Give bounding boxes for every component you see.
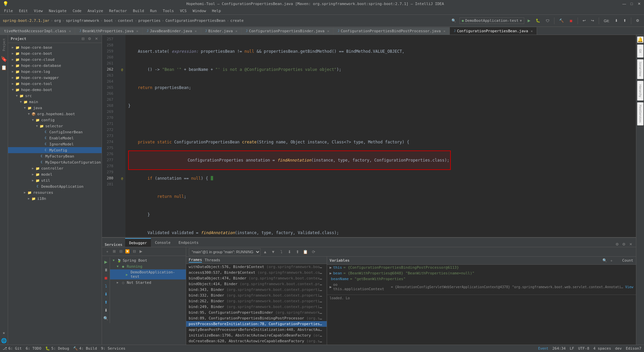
menu-navigate[interactable]: Navigate xyxy=(46,8,69,14)
tab-javabeanbinder-close[interactable]: ✕ xyxy=(195,29,197,33)
tree-item-configinnerbean[interactable]: C ConfigInnerBean xyxy=(8,129,102,135)
sidebar-bookmark-icon[interactable]: 🔖 xyxy=(1,56,7,62)
frame-13[interactable]: initializeBean:1796, AbstractAutowireCap… xyxy=(186,333,327,338)
var-bean[interactable]: ▶ bean = {BeanWithProperties@6048} "Bean… xyxy=(327,270,636,276)
thread-step-down[interactable]: ▼ xyxy=(270,249,277,255)
status-user[interactable]: Edison7 xyxy=(626,346,641,351)
filter-btn[interactable]: 🔽 xyxy=(125,249,130,254)
tree-item-resources[interactable]: ▶ 📁 resources xyxy=(8,189,102,195)
sonar-btn[interactable]: SonarView xyxy=(637,59,644,79)
stop-debug-btn[interactable]: ⏹ xyxy=(103,275,109,281)
tab-javabeanbinder[interactable]: J JavaBeanBinder.java ✕ xyxy=(143,27,201,35)
tree-item-config[interactable]: ▼ 📁 config xyxy=(8,117,102,123)
menu-refactor[interactable]: Refactor xyxy=(106,8,129,14)
tab-binder[interactable]: J Binder.java ✕ xyxy=(201,27,242,35)
tab-configpropspostproc-close[interactable]: ✕ xyxy=(443,29,445,33)
tree-item-myimport[interactable]: C MyImportAutoConfiguration xyxy=(8,159,102,165)
tree-item-hope-core-cloud[interactable]: ▶ 📁 hope-core-cloud xyxy=(8,56,102,62)
service-notstarted[interactable]: ▶ ○ Not Started xyxy=(110,279,186,285)
frame-11[interactable]: postProcessBeforeInitialization:78, Conf… xyxy=(186,321,327,327)
frame-10[interactable]: bind:89, ConfigurationPropertiesBindingP… xyxy=(186,315,327,321)
breadcrumb-org[interactable]: org xyxy=(54,18,61,23)
close-button[interactable]: ✕ xyxy=(637,1,641,6)
service-democapp[interactable]: ▶ DemoBootApplication-test xyxy=(110,269,186,279)
tree-item-util[interactable]: ▶ 📁 util xyxy=(8,177,102,183)
frames-tab[interactable]: Frames xyxy=(189,258,202,263)
vcs-update-btn[interactable]: ⬇ xyxy=(613,17,620,25)
title-bar-controls[interactable]: — □ ✕ xyxy=(622,1,641,6)
close-panel-btn[interactable]: ✕ xyxy=(94,36,99,42)
var-beanname[interactable]: beanName = "getBeanWithProperties" xyxy=(327,276,636,282)
tree-item-controller[interactable]: ▶ 📁 controller xyxy=(8,165,102,171)
thread-step-over2[interactable]: ⤵ xyxy=(278,249,285,255)
tree-item-myfactorybean[interactable]: C MyFactoryBean xyxy=(8,153,102,159)
debug-button[interactable]: 🐛 xyxy=(534,17,542,25)
bottom-close-btn[interactable]: ✕ xyxy=(628,241,633,247)
menu-vcs[interactable]: VCS xyxy=(177,8,189,14)
var-appcontext[interactable]: ▶ oo this.applicationContext = {Annotati… xyxy=(327,282,636,292)
thread-more-btn[interactable]: ⟳ xyxy=(310,249,317,255)
tree-item-main[interactable]: ▼ 📁 main xyxy=(8,99,102,105)
tab-console[interactable]: Console xyxy=(151,238,174,247)
menu-tools[interactable]: Tools xyxy=(160,8,176,14)
expand-all-btn[interactable]: ⊞ xyxy=(111,249,117,254)
minimize-button[interactable]: — xyxy=(622,1,627,6)
service-springboot[interactable]: ▼ 🍃 Spring Boot xyxy=(110,257,186,263)
tab-configpropspostproc[interactable]: J ConfigurationPropertiesBindPostProcess… xyxy=(333,27,449,35)
tab-configpropsbean-close[interactable]: ✕ xyxy=(531,29,533,33)
var-this[interactable]: ▶ this = {ConfigurationPropertiesBinding… xyxy=(327,265,636,270)
run-config-selector[interactable]: ● DemoBootApplication-test ▼ xyxy=(460,17,524,24)
tree-item-java[interactable]: ▼ 📁 java xyxy=(8,105,102,111)
git-sidebar-btn[interactable]: Git xyxy=(637,44,644,58)
hierarchy-btn[interactable]: Hierarchy xyxy=(637,81,644,101)
step-into-btn[interactable]: ⬇ xyxy=(103,291,109,298)
tab-debugger[interactable]: Debugger xyxy=(125,238,151,247)
menu-window[interactable]: Window xyxy=(190,8,209,14)
add-service-btn[interactable]: + xyxy=(105,249,110,254)
menu-help[interactable]: Help xyxy=(209,8,224,14)
sidebar-web-icon[interactable]: 🌐 xyxy=(1,338,7,343)
step-out-btn[interactable]: ⬆ xyxy=(103,299,109,306)
tree-item-hope-core-swagger[interactable]: ▶ 📁 hope-core-swagger xyxy=(8,75,102,81)
tree-item-model[interactable]: ▶ 📁 model xyxy=(8,171,102,177)
status-indent[interactable]: 4 spaces xyxy=(593,346,611,351)
restservices-btn[interactable]: RestServices xyxy=(637,102,644,126)
tree-item-selector[interactable]: ▼ 📁 selector xyxy=(8,123,102,129)
tab-beanwithprops-close[interactable]: ✕ xyxy=(136,29,138,33)
menu-view[interactable]: View xyxy=(31,8,46,14)
menu-file[interactable]: File xyxy=(1,8,16,14)
search-variables-btn[interactable]: 🔍 xyxy=(602,258,607,263)
tab-accessor[interactable]: tiveMethodAccessorImpl.class ✕ xyxy=(0,27,75,35)
tab-configpropsbinder-close[interactable]: ✕ xyxy=(327,29,329,33)
git-btn[interactable]: Git: xyxy=(602,17,611,25)
frame-4[interactable]: bindObject:414, Binder (org.springframew… xyxy=(186,281,327,287)
tab-endpoints[interactable]: Endpoints xyxy=(174,238,203,247)
collapse-services-btn[interactable]: ⊟ xyxy=(118,249,123,254)
tree-item-hope-core-tool[interactable]: ▶ 📁 hope-core-tool xyxy=(8,81,102,87)
menu-code[interactable]: Code xyxy=(70,8,84,14)
bottom-options-btn[interactable]: ⚙ xyxy=(621,241,627,247)
code-content[interactable]: Assert.state( expression: propertiesBean… xyxy=(125,35,636,237)
breadcrumb-boot[interactable]: boot xyxy=(104,18,113,23)
breadcrumb-properties[interactable]: properties xyxy=(138,18,160,23)
frame-3[interactable]: bindDataObject:474, Binder (org.springfr… xyxy=(186,275,327,281)
tab-configpropsbinder[interactable]: J ConfigurationPropertiesBinder.java ✕ xyxy=(242,27,334,35)
tree-item-myconfig[interactable]: C MyConfig xyxy=(8,147,102,153)
frame-8[interactable]: bind:249, Binder (org.springframework.bo… xyxy=(186,304,327,310)
status-branch[interactable]: dev xyxy=(615,346,622,351)
tree-item-i18n[interactable]: ▶ 📁 i18n xyxy=(8,195,102,202)
add-watch-btn[interactable]: + xyxy=(609,258,614,263)
thread-copy-btn[interactable]: 📋 xyxy=(302,249,309,255)
maximize-button[interactable]: □ xyxy=(629,1,634,6)
tab-beanwithprops[interactable]: J BeanWithProperties.java ✕ xyxy=(75,27,143,35)
tab-binder-close[interactable]: ✕ xyxy=(235,29,237,33)
tree-item-hope-core-log[interactable]: ▶ 📁 hope-core-log xyxy=(8,69,102,75)
notifications-btn[interactable]: 🔔 xyxy=(637,36,644,43)
bottom-settings-btn[interactable]: ⚙ xyxy=(614,241,620,247)
view-link[interactable]: View xyxy=(625,285,633,289)
sidebar-structure-icon[interactable]: 📋 xyxy=(1,65,7,70)
breadcrumb-class[interactable]: ConfigurationPropertiesBean xyxy=(165,18,225,23)
settings-btn[interactable]: ⚙ xyxy=(634,17,641,25)
resume-btn[interactable]: ▶ xyxy=(103,259,109,265)
frame-6[interactable]: bind:332, Binder (org.springframework.bo… xyxy=(186,293,327,298)
